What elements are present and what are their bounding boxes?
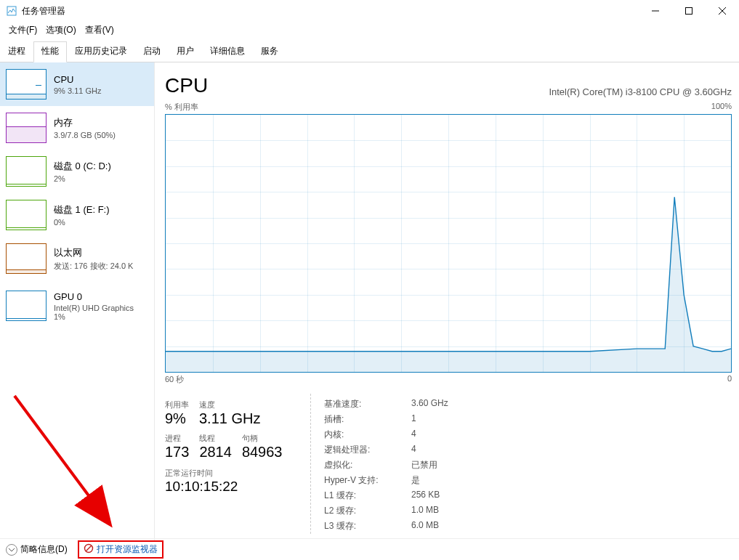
stat-key: 插槽: bbox=[324, 413, 411, 426]
stat-row: L1 缓存:256 KB bbox=[324, 488, 448, 503]
stat-value: 已禁用 bbox=[411, 459, 437, 471]
stat-key: 内核: bbox=[324, 429, 411, 441]
stat-row: Hyper-V 支持:是 bbox=[324, 473, 448, 488]
sidebar-item-ethernet[interactable]: 以太网 发送: 176 接收: 24.0 K bbox=[0, 237, 154, 280]
tab-details[interactable]: 详细信息 bbox=[202, 41, 253, 62]
stat-key: Hyper-V 支持: bbox=[324, 474, 411, 487]
chart-xright: 0 bbox=[727, 374, 732, 385]
handles-label: 句柄 bbox=[242, 433, 283, 444]
memory-thumb-icon bbox=[6, 113, 47, 143]
sidebar-item-title: 以太网 bbox=[54, 246, 133, 259]
open-resource-monitor-link[interactable]: 打开资源监视器 bbox=[78, 540, 163, 559]
sidebar-item-gpu0[interactable]: GPU 0 Intel(R) UHD Graphics 1% bbox=[0, 280, 154, 331]
uptime-value: 10:10:15:22 bbox=[165, 479, 296, 495]
minimize-button[interactable] bbox=[639, 0, 672, 22]
chart-ymax: 100% bbox=[711, 102, 732, 113]
disk-thumb-icon bbox=[6, 200, 47, 230]
stat-value: 4 bbox=[411, 444, 416, 456]
stat-value: 3.60 GHz bbox=[411, 398, 448, 410]
window-title: 任务管理器 bbox=[22, 5, 639, 17]
threads-label: 线程 bbox=[199, 433, 232, 444]
sidebar-item-cpu[interactable]: CPU 9% 3.11 GHz bbox=[0, 62, 154, 106]
stat-value: 1.0 MB bbox=[411, 505, 439, 517]
chart-xleft: 60 秒 bbox=[165, 374, 184, 385]
stat-row: L3 缓存:6.0 MB bbox=[324, 519, 448, 534]
performance-sidebar: CPU 9% 3.11 GHz 内存 3.9/7.8 GB (50%) 磁盘 0… bbox=[0, 62, 155, 541]
menu-view[interactable]: 查看(V) bbox=[81, 23, 118, 38]
stat-row: 逻辑处理器:4 bbox=[324, 442, 448, 458]
title-bar: 任务管理器 bbox=[0, 0, 739, 22]
chart-ylabel: % 利用率 bbox=[165, 102, 198, 113]
speed-label: 速度 bbox=[199, 399, 260, 410]
sidebar-item-subtitle: 2% bbox=[54, 174, 111, 183]
tab-app-history[interactable]: 应用历史记录 bbox=[67, 41, 135, 62]
resource-monitor-icon bbox=[84, 543, 94, 556]
stat-key: L1 缓存: bbox=[324, 490, 411, 502]
sidebar-item-subtitle: Intel(R) UHD Graphics 1% bbox=[54, 304, 134, 321]
sidebar-item-subtitle: 发送: 176 接收: 24.0 K bbox=[54, 261, 133, 272]
stats-right: 基准速度:3.60 GHz插槽:1内核:4逻辑处理器:4虚拟化:已禁用Hyper… bbox=[310, 394, 448, 534]
stat-value: 1 bbox=[411, 413, 416, 426]
threads-value: 2814 bbox=[199, 444, 232, 460]
sidebar-item-title: GPU 0 bbox=[54, 291, 134, 302]
stat-key: 基准速度: bbox=[324, 398, 411, 410]
chevron-down-icon bbox=[6, 544, 17, 556]
stat-key: 虚拟化: bbox=[324, 459, 411, 471]
sidebar-item-subtitle: 9% 3.11 GHz bbox=[54, 86, 101, 95]
stat-key: 逻辑处理器: bbox=[324, 444, 411, 456]
menu-options[interactable]: 选项(O) bbox=[41, 23, 80, 38]
stat-value: 是 bbox=[411, 474, 420, 487]
tab-startup[interactable]: 启动 bbox=[135, 41, 169, 62]
fewer-details-button[interactable]: 简略信息(D) bbox=[6, 543, 68, 556]
stat-row: 基准速度:3.60 GHz bbox=[324, 397, 448, 412]
tab-users[interactable]: 用户 bbox=[169, 41, 202, 62]
gpu-thumb-icon bbox=[6, 291, 47, 321]
tab-processes[interactable]: 进程 bbox=[0, 41, 33, 62]
app-icon bbox=[6, 5, 17, 17]
stat-row: 内核:4 bbox=[324, 427, 448, 442]
stat-value: 256 KB bbox=[411, 490, 440, 502]
handles-value: 84963 bbox=[242, 444, 283, 460]
stat-value: 6.0 MB bbox=[411, 520, 439, 532]
stat-row: 虚拟化:已禁用 bbox=[324, 458, 448, 473]
cpu-thumb-icon bbox=[6, 69, 47, 100]
sidebar-item-title: 磁盘 1 (E: F:) bbox=[54, 203, 110, 216]
stat-key: L3 缓存: bbox=[324, 520, 411, 532]
pane-title: CPU bbox=[165, 74, 208, 97]
stat-value: 4 bbox=[411, 429, 416, 441]
menu-bar: 文件(F) 选项(O) 查看(V) bbox=[0, 22, 739, 38]
maximize-button[interactable] bbox=[672, 0, 706, 22]
processes-value: 173 bbox=[165, 444, 189, 460]
svg-marker-5 bbox=[166, 197, 731, 372]
sidebar-item-title: 内存 bbox=[54, 116, 116, 129]
tab-bar: 进程 性能 应用历史记录 启动 用户 详细信息 服务 bbox=[0, 41, 739, 62]
cpu-utilization-chart[interactable] bbox=[165, 114, 732, 373]
sidebar-item-title: CPU bbox=[54, 74, 101, 85]
util-label: 利用率 bbox=[165, 399, 189, 410]
open-resource-monitor-label: 打开资源监视器 bbox=[97, 543, 158, 556]
sidebar-item-subtitle: 3.9/7.8 GB (50%) bbox=[54, 131, 116, 139]
close-button[interactable] bbox=[706, 0, 739, 22]
svg-line-7 bbox=[86, 546, 91, 551]
menu-file[interactable]: 文件(F) bbox=[4, 23, 41, 38]
sidebar-item-disk1[interactable]: 磁盘 1 (E: F:) 0% bbox=[0, 193, 154, 237]
performance-pane: CPU Intel(R) Core(TM) i3-8100 CPU @ 3.60… bbox=[155, 62, 739, 541]
stat-key: L2 缓存: bbox=[324, 505, 411, 517]
fewer-details-label: 简略信息(D) bbox=[20, 543, 68, 556]
processes-label: 进程 bbox=[165, 433, 189, 444]
status-bar: 简略信息(D) 打开资源监视器 bbox=[0, 538, 739, 560]
tab-performance[interactable]: 性能 bbox=[33, 41, 67, 62]
sidebar-item-subtitle: 0% bbox=[54, 218, 110, 227]
sidebar-item-disk0[interactable]: 磁盘 0 (C: D:) 2% bbox=[0, 150, 154, 193]
sidebar-item-memory[interactable]: 内存 3.9/7.8 GB (50%) bbox=[0, 106, 154, 150]
stats-left: 利用率 9% 速度 3.11 GHz 进程 173 线程 281 bbox=[165, 394, 296, 534]
stat-row: 插槽:1 bbox=[324, 412, 448, 427]
tab-services[interactable]: 服务 bbox=[253, 41, 286, 62]
stat-row: L2 缓存:1.0 MB bbox=[324, 503, 448, 519]
speed-value: 3.11 GHz bbox=[199, 410, 260, 427]
svg-rect-2 bbox=[686, 8, 692, 15]
uptime-label: 正常运行时间 bbox=[165, 468, 296, 479]
sidebar-item-title: 磁盘 0 (C: D:) bbox=[54, 160, 111, 173]
disk-thumb-icon bbox=[6, 156, 47, 187]
ethernet-thumb-icon bbox=[6, 243, 47, 274]
